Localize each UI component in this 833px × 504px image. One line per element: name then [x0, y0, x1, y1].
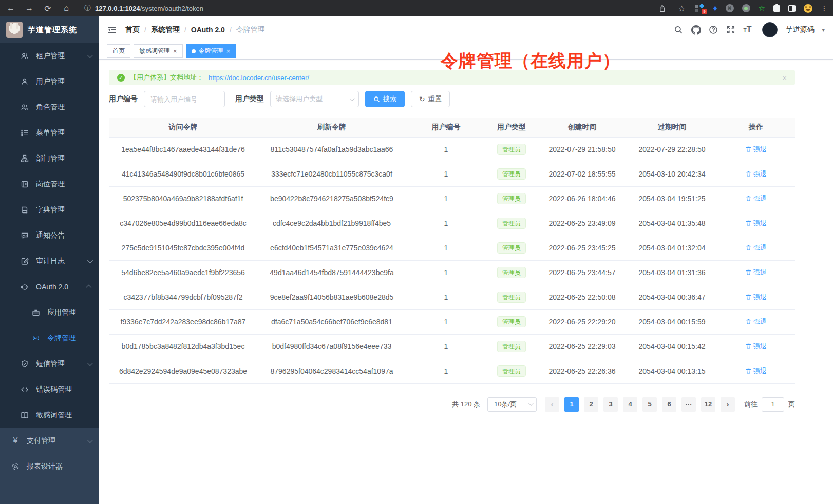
user-type-badge: 管理员 — [497, 218, 526, 229]
page-size-select[interactable]: 10条/页 — [487, 397, 537, 412]
force-logout-button[interactable]: 强退 — [745, 219, 767, 228]
app-logo-bar[interactable]: 芋道管理系统 — [0, 16, 99, 43]
refresh-token-cell: 811c530487574fa0af1a59d3abc1aa66 — [257, 137, 406, 162]
sidebar-item-sms[interactable]: 短信管理 — [0, 351, 99, 377]
user-name[interactable]: 芋道源码 — [785, 25, 814, 34]
user-avatar[interactable] — [762, 22, 778, 37]
tab-close-icon[interactable]: × — [226, 48, 231, 54]
profile-avatar-icon[interactable] — [804, 4, 812, 13]
tab-home[interactable]: 首页 — [107, 44, 130, 58]
star-extension-icon[interactable]: ☆ — [759, 4, 765, 13]
user-type-badge: 管理员 — [497, 365, 526, 377]
chevron-down-icon — [87, 52, 93, 58]
sidebar-item-sensitive-word[interactable]: 敏感词管理 — [0, 402, 99, 428]
breadcrumb-system[interactable]: 系统管理 — [151, 25, 180, 34]
force-logout-button[interactable]: 强退 — [745, 317, 767, 326]
prev-page-button[interactable]: ‹ — [545, 397, 559, 412]
bookmark-star-icon[interactable]: ☆ — [676, 3, 687, 14]
access-token-cell: c342377bf8b344799dcbf7bf095287f2 — [109, 285, 257, 309]
table-row: c347026e805e4d99b0d116eae66eda8c cdfc4ce… — [109, 211, 795, 236]
refresh-token-cell: 8796295f04064c2983414cc54af1097a — [257, 359, 406, 383]
sidebar-item-oauth-token[interactable]: 令牌管理 — [0, 325, 99, 351]
force-logout-button[interactable]: 强退 — [745, 243, 767, 253]
tab-token-active[interactable]: 令牌管理 × — [186, 44, 236, 58]
record-extension-icon[interactable] — [742, 4, 750, 12]
sidebar-item-role[interactable]: 角色管理 — [0, 94, 99, 120]
sidebar-item-report-designer[interactable]: 报表设计器 — [0, 454, 99, 479]
sidebar-item-user[interactable]: 用户管理 — [0, 69, 99, 94]
search-icon — [373, 96, 380, 103]
browser-forward-icon[interactable]: → — [24, 3, 35, 14]
user-type-badge: 管理员 — [497, 341, 526, 352]
goto-page-input[interactable] — [762, 397, 784, 412]
force-logout-button[interactable]: 强退 — [745, 342, 767, 351]
sidebar-item-dict[interactable]: 字典管理 — [0, 197, 99, 223]
browser-home-icon[interactable]: ⌂ — [61, 3, 72, 14]
page-button-1[interactable]: 1 — [564, 397, 579, 412]
user-id-input[interactable] — [144, 91, 225, 107]
sidebar-item-tenant[interactable]: 租户管理 — [0, 43, 99, 69]
next-page-button[interactable]: › — [721, 397, 735, 412]
annotation-overlay: 令牌管理（在线用户） — [441, 49, 620, 73]
extension-colored-icon[interactable]: 9 — [695, 4, 705, 12]
tab-close-icon[interactable]: × — [173, 48, 177, 54]
force-logout-button[interactable]: 强退 — [745, 268, 767, 277]
access-token-cell: b0d1785bc3a8482f812db4a3f3bd15ec — [109, 334, 257, 359]
sidebar-item-menu[interactable]: 菜单管理 — [0, 120, 99, 146]
page-button-6[interactable]: 6 — [662, 397, 676, 412]
fullscreen-icon[interactable] — [726, 25, 736, 35]
force-logout-button[interactable]: 强退 — [745, 145, 767, 154]
page-more-button[interactable]: ··· — [681, 397, 696, 412]
doc-link[interactable]: https://doc.iocoder.cn/user-center/ — [209, 74, 309, 82]
user-type-select[interactable]: 请选择用户类型 — [270, 91, 359, 107]
alert-close-icon[interactable]: × — [782, 73, 787, 82]
sidebar-item-post[interactable]: 岗位管理 — [0, 171, 99, 197]
breadcrumb-home[interactable]: 首页 — [125, 25, 140, 34]
app-title: 芋道管理系统 — [28, 25, 77, 35]
side-panel-icon[interactable] — [788, 5, 796, 12]
command-extension-icon[interactable]: ⌘ — [726, 4, 734, 12]
force-logout-button[interactable]: 强退 — [745, 169, 767, 179]
page-button-5[interactable]: 5 — [642, 397, 657, 412]
tab-sensitive-word[interactable]: 敏感词管理 × — [134, 44, 183, 58]
sidebar-item-errcode[interactable]: 错误码管理 — [0, 377, 99, 402]
sidebar-item-notice[interactable]: 通知公告 — [0, 223, 99, 248]
chat-bubble-icon — [21, 231, 29, 240]
page-button-3[interactable]: 3 — [603, 397, 618, 412]
user-type-badge: 管理员 — [497, 292, 526, 303]
github-icon[interactable] — [691, 25, 701, 35]
sidebar-item-pay[interactable]: ¥ 支付管理 — [0, 428, 99, 454]
share-icon[interactable] — [656, 3, 668, 14]
sidebar-item-oauth-app[interactable]: 应用管理 — [0, 300, 99, 325]
search-icon[interactable] — [674, 25, 684, 35]
force-logout-button[interactable]: 强退 — [745, 293, 767, 302]
browser-reload-icon[interactable]: ⟳ — [42, 3, 53, 14]
font-size-icon[interactable]: TT — [744, 25, 752, 34]
page-button-12[interactable]: 12 — [701, 397, 715, 412]
sidebar-item-dept[interactable]: 部门管理 — [0, 146, 99, 171]
sidebar-item-oauth[interactable]: OAuth 2.0 — [0, 274, 99, 300]
pagination: 共 120 条 10条/页 ‹ 1 2 3 4 5 6 ··· 12 › 前往 … — [109, 397, 795, 412]
main-header: 首页 / 系统管理 / OAuth 2.0 / 令牌管理 — [99, 16, 833, 43]
trash-icon — [745, 195, 752, 202]
browser-menu-icon[interactable]: ⋮ — [821, 4, 828, 12]
browser-back-icon[interactable]: ← — [5, 3, 16, 14]
sidebar-item-audit-log[interactable]: 审计日志 — [0, 248, 99, 274]
force-logout-button[interactable]: 强退 — [745, 366, 767, 376]
site-info-icon[interactable]: ⓘ — [84, 4, 91, 13]
breadcrumb-oauth[interactable]: OAuth 2.0 — [191, 26, 225, 34]
user-menu-caret-icon[interactable]: ▾ — [822, 27, 825, 33]
force-logout-button[interactable]: 强退 — [745, 194, 767, 203]
user-id-cell: 1 — [406, 236, 486, 260]
tenant-users-icon — [21, 52, 29, 60]
search-button[interactable]: 搜索 — [365, 91, 405, 107]
reset-button[interactable]: ↻ 重置 — [411, 91, 450, 107]
sidebar-fold-icon[interactable] — [107, 25, 117, 35]
address-bar[interactable]: ⓘ 127.0.0.1:1024/system/oauth2/token — [79, 4, 649, 13]
page-button-4[interactable]: 4 — [623, 397, 637, 412]
page-button-2[interactable]: 2 — [584, 397, 598, 412]
help-icon[interactable] — [709, 25, 718, 35]
created-cell: 2022-07-02 18:55:55 — [537, 162, 627, 186]
gem-extension-icon[interactable]: ♦ — [713, 4, 717, 13]
extensions-puzzle-icon[interactable] — [773, 5, 780, 12]
